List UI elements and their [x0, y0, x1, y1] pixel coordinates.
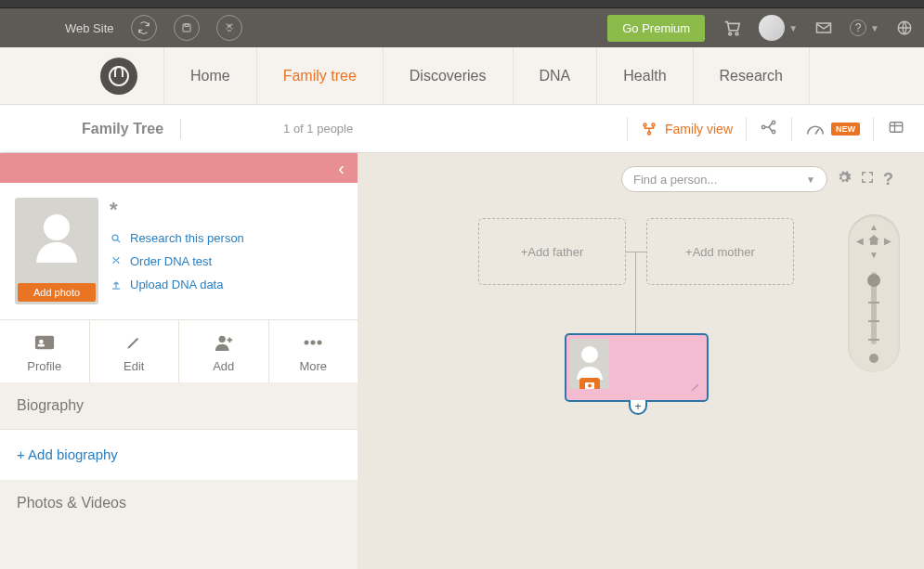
order-dna-label: Order DNA test	[130, 254, 212, 268]
help-icon[interactable]: ?	[883, 170, 893, 189]
more-button[interactable]: More	[269, 320, 358, 382]
divider	[873, 117, 874, 141]
svg-point-21	[581, 346, 598, 363]
toolbar-left-group: Web Site	[65, 15, 242, 41]
svg-point-9	[772, 121, 774, 123]
profile-photo[interactable]: Add photo	[15, 198, 98, 304]
chevron-down-icon: ▼	[806, 175, 815, 185]
user-avatar-menu[interactable]: ▼	[759, 15, 798, 41]
pan-up-button[interactable]: ▲	[867, 220, 880, 233]
main-nav: Home Family tree Discoveries DNA Health …	[0, 47, 924, 105]
nav-research[interactable]: Research	[693, 47, 810, 105]
sync-icon[interactable]	[131, 15, 157, 41]
person-silhouette-icon	[574, 343, 605, 380]
logo-icon[interactable]	[100, 58, 137, 95]
mail-icon[interactable]	[814, 19, 833, 37]
globe-icon[interactable]	[896, 19, 913, 36]
profile-button[interactable]: Profile	[0, 320, 90, 382]
person-card[interactable]	[565, 333, 709, 402]
svg-point-10	[772, 130, 774, 133]
person-silhouette-icon	[29, 207, 85, 263]
pan-left-button[interactable]: ◀	[853, 234, 866, 247]
divider	[791, 117, 792, 141]
panel-collapse-chevron-icon[interactable]: ‹	[338, 158, 345, 179]
divider	[180, 119, 181, 139]
biography-body: + Add biography	[0, 430, 358, 480]
edit-button[interactable]: Edit	[90, 320, 180, 382]
save-icon[interactable]	[174, 15, 200, 41]
pedigree-view-button[interactable]: NEW	[805, 121, 860, 137]
find-person-placeholder: Find a person...	[633, 173, 717, 187]
photos-videos-header: Photos & Videos	[0, 480, 358, 526]
person-card-photo[interactable]	[570, 339, 609, 389]
upload-dna-link[interactable]: Upload DNA data	[110, 278, 343, 291]
content-area: ‹ Add photo * Research this person Order…	[0, 153, 924, 569]
add-photo-button[interactable]: Add photo	[18, 283, 96, 302]
help-menu[interactable]: ? ▼	[850, 19, 879, 36]
cart-icon[interactable]	[722, 18, 742, 38]
tree-navigator: ▲ ▼ ◀ ▶	[848, 214, 900, 372]
zoom-slider-thumb[interactable]	[867, 274, 880, 287]
profile-details: * Research this person Order DNA test Up…	[110, 198, 343, 304]
person-name: *	[110, 198, 343, 222]
avatar-icon	[759, 15, 785, 41]
expand-icon[interactable]	[861, 171, 874, 188]
list-view-icon[interactable]	[887, 119, 905, 139]
slider-marker	[868, 339, 879, 341]
browser-chrome-strip	[0, 0, 924, 8]
nav-discoveries[interactable]: Discoveries	[383, 47, 513, 105]
connector-line	[626, 252, 646, 252]
add-biography-link[interactable]: + Add biography	[17, 446, 118, 462]
svg-point-5	[644, 123, 646, 126]
add-button[interactable]: Add	[179, 320, 269, 382]
divider	[627, 117, 628, 141]
chevron-down-icon: ▼	[870, 23, 879, 33]
add-father-label: +Add father	[521, 245, 584, 259]
tree-controls-bar: Find a person... ▼ ?	[358, 166, 924, 192]
add-relative-plus-button[interactable]: +	[629, 400, 647, 415]
home-icon[interactable]	[866, 233, 881, 252]
zoom-slider[interactable]	[871, 272, 877, 344]
toolbar-right-group: Go Premium ▼ ? ▼	[607, 15, 913, 42]
find-person-dropdown[interactable]: Find a person... ▼	[621, 166, 827, 192]
svg-point-2	[729, 32, 732, 35]
svg-point-12	[44, 214, 70, 240]
action-buttons-row: Profile Edit Add More	[0, 319, 358, 382]
research-person-link[interactable]: Research this person	[110, 231, 343, 245]
add-father-box[interactable]: +Add father	[478, 218, 626, 285]
pencil-icon[interactable]	[690, 380, 701, 396]
panel-header: ‹	[0, 153, 358, 183]
family-view-label: Family view	[665, 122, 733, 136]
family-view-button[interactable]: Family view	[641, 121, 733, 137]
fan-view-icon[interactable]	[760, 118, 778, 140]
zoom-reset-button[interactable]	[869, 354, 878, 363]
camera-icon[interactable]	[579, 378, 600, 389]
gauge-icon	[805, 121, 826, 137]
search-icon	[110, 233, 123, 244]
pan-right-button[interactable]: ▶	[881, 234, 894, 247]
upload-icon	[110, 279, 123, 291]
order-dna-link[interactable]: Order DNA test	[110, 254, 343, 268]
tree-view-icon	[641, 121, 657, 137]
gear-icon[interactable]	[837, 170, 852, 188]
nav-dna[interactable]: DNA	[513, 47, 597, 105]
chevron-down-icon: ▼	[788, 23, 798, 33]
svg-point-7	[647, 132, 650, 135]
divider	[746, 117, 747, 141]
pan-dpad: ▲ ▼ ◀ ▶	[853, 220, 894, 261]
upload-dna-label: Upload DNA data	[130, 278, 223, 291]
nav-home[interactable]: Home	[163, 47, 256, 105]
add-mother-box[interactable]: +Add mother	[646, 218, 794, 285]
add-person-icon	[214, 331, 234, 354]
nav-family-tree[interactable]: Family tree	[256, 47, 383, 105]
tree-canvas[interactable]: Find a person... ▼ ? +Add father +Add mo…	[358, 153, 924, 569]
nav-health[interactable]: Health	[596, 47, 692, 105]
person-side-panel: ‹ Add photo * Research this person Order…	[0, 153, 358, 569]
website-link[interactable]: Web Site	[65, 21, 114, 35]
slider-marker	[868, 320, 879, 322]
add-mother-label: +Add mother	[685, 245, 755, 259]
page-title: Family Tree	[82, 121, 163, 137]
dna-icon[interactable]	[216, 15, 242, 41]
go-premium-button[interactable]: Go Premium	[607, 15, 705, 42]
sub-toolbar: Family Tree 1 of 1 people Family view NE…	[0, 105, 924, 153]
